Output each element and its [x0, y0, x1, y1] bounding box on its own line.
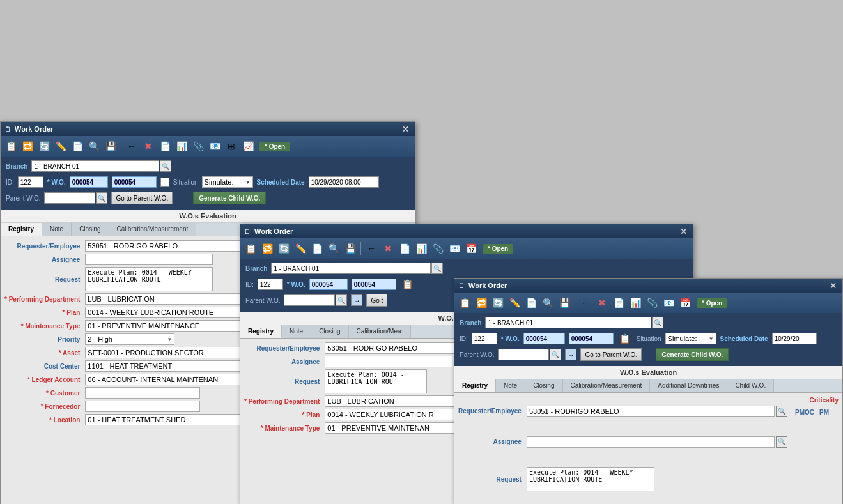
tb2-cancel-btn[interactable]: ✖ — [380, 241, 396, 256]
tb3-print-btn[interactable]: 📄 — [611, 295, 626, 310]
tb1-new-btn[interactable]: 📋 — [3, 139, 19, 154]
win3-sched-input[interactable] — [772, 333, 817, 344]
tb2-print-btn[interactable]: 📄 — [397, 241, 412, 256]
tb2-new-btn[interactable]: 📋 — [243, 241, 258, 256]
tb1-more-btn[interactable]: ⊞ — [224, 139, 239, 154]
win1-branch-search-btn[interactable]: 🔍 — [160, 160, 171, 172]
win3-id-input[interactable] — [472, 333, 497, 344]
win1-tab-note[interactable]: Note — [42, 223, 72, 236]
win1-goto-parent-btn[interactable]: Go to Parent W.O. — [111, 192, 173, 204]
win3-parent-search-btn[interactable]: 🔍 — [550, 349, 561, 360]
tb1-refresh-btn[interactable]: 🔄 — [36, 139, 52, 154]
tb2-save-btn[interactable]: 💾 — [343, 241, 358, 256]
tb1-save-btn[interactable]: 💾 — [103, 139, 118, 154]
win2-goto-parent-btn[interactable]: Go t — [366, 294, 387, 307]
win1-customer-value[interactable] — [85, 387, 200, 399]
win1-parent-field[interactable]: 🔍 — [44, 192, 107, 204]
win3-copy-wo-btn[interactable]: 📋 — [617, 331, 633, 346]
win3-generate-child-btn[interactable]: Generate Child W.O. — [656, 348, 729, 361]
win1-tab-closing[interactable]: Closing — [72, 223, 109, 236]
tb1-copy-btn[interactable]: 🔁 — [20, 139, 35, 154]
tb1-search-btn[interactable]: 🔍 — [86, 139, 102, 154]
tb1-attach-btn[interactable]: 📎 — [190, 139, 206, 154]
win1-close-btn[interactable]: ✕ — [400, 125, 411, 134]
win2-assignee-value[interactable] — [325, 356, 452, 367]
win3-tab-child-wo[interactable]: Child W.O. — [727, 379, 774, 392]
win3-req-emp-value[interactable]: 53051 - RODRIGO RABELO — [527, 406, 775, 417]
win3-parent-input[interactable] — [498, 349, 549, 360]
win2-branch-field[interactable]: 🔍 — [271, 263, 443, 274]
win1-parent-search-btn[interactable]: 🔍 — [96, 192, 107, 204]
win2-branch-search-btn[interactable]: 🔍 — [431, 263, 443, 274]
tb3-calendar-btn[interactable]: 📅 — [677, 295, 693, 310]
tb3-edit-btn[interactable]: ✏️ — [507, 295, 522, 310]
win1-tab-calibration[interactable]: Calibration/Measurement — [109, 223, 197, 236]
win1-branch-input[interactable] — [31, 160, 159, 172]
win3-request-value[interactable]: Execute Plan: 0014 – WEEKLYLUBRIFICATION… — [527, 467, 654, 491]
tb1-edit-btn[interactable]: ✏️ — [53, 139, 68, 154]
tb3-search-btn[interactable]: 🔍 — [540, 295, 555, 310]
win1-wo-input1[interactable] — [70, 176, 108, 188]
win1-checkbox[interactable] — [160, 178, 169, 187]
tb1-doc-btn[interactable]: 📄 — [70, 139, 85, 154]
win2-branch-input[interactable] — [271, 263, 431, 274]
win1-tab-registry[interactable]: Registry — [1, 223, 42, 236]
tb2-chart-btn[interactable]: 📊 — [414, 241, 429, 256]
win3-parent-field[interactable]: 🔍 — [498, 349, 561, 360]
win2-parent-field[interactable]: 🔍 — [284, 294, 347, 306]
tb2-attach-btn[interactable]: 📎 — [430, 241, 445, 256]
tb2-copy-btn[interactable]: 🔁 — [259, 241, 275, 256]
win3-branch-search-btn[interactable]: 🔍 — [652, 317, 663, 328]
tb3-email-btn[interactable]: 📧 — [661, 295, 676, 310]
tb3-chart-btn[interactable]: 📊 — [628, 295, 643, 310]
tb3-back-btn[interactable]: ← — [578, 295, 593, 310]
win2-id-input[interactable] — [258, 279, 283, 290]
tb2-back-btn[interactable]: ← — [364, 241, 379, 256]
win3-req-emp-search-btn[interactable]: 🔍 — [776, 406, 787, 417]
win1-priority-dropdown[interactable]: 2 - High ▼ — [85, 333, 174, 345]
tb1-back-btn[interactable]: ← — [124, 139, 139, 154]
win3-wo-input2[interactable] — [569, 333, 614, 344]
tb3-new-btn[interactable]: 📋 — [457, 295, 472, 310]
tb1-print-btn[interactable]: 📄 — [157, 139, 173, 154]
win3-wo-input1[interactable] — [523, 333, 565, 344]
tb1-graph-btn[interactable]: 📈 — [240, 139, 256, 154]
win1-sched-input[interactable] — [309, 176, 379, 188]
win3-tab-note[interactable]: Note — [496, 379, 525, 392]
tb3-doc-btn[interactable]: 📄 — [523, 295, 539, 310]
win2-tab-closing[interactable]: Closing — [311, 325, 348, 338]
win2-parent-search-btn[interactable]: 🔍 — [336, 294, 347, 306]
win2-close-btn[interactable]: ✕ — [678, 227, 689, 236]
win1-situation-dropdown[interactable]: Simulate: ▼ — [202, 176, 253, 188]
tb3-attach-btn[interactable]: 📎 — [644, 295, 660, 310]
tb2-search-btn[interactable]: 🔍 — [326, 241, 341, 256]
win1-generate-child-btn[interactable]: Generate Child W.O. — [193, 192, 266, 204]
win1-id-input[interactable] — [18, 176, 43, 188]
win3-assignee-search-btn[interactable]: 🔍 — [776, 436, 787, 448]
tb3-copy-btn[interactable]: 🔁 — [474, 295, 489, 310]
tb2-refresh-btn[interactable]: 🔄 — [276, 241, 291, 256]
win3-goto-parent-btn[interactable]: Go to Parent W.O. — [580, 348, 642, 361]
tb3-refresh-btn[interactable]: 🔄 — [490, 295, 506, 310]
tb3-cancel-btn[interactable]: ✖ — [594, 295, 610, 310]
tb2-doc-btn[interactable]: 📄 — [309, 241, 325, 256]
tb1-email-btn[interactable]: 📧 — [207, 139, 222, 154]
tb2-edit-btn[interactable]: ✏️ — [293, 241, 308, 256]
win3-tab-closing[interactable]: Closing — [525, 379, 562, 392]
win1-branch-field[interactable]: 🔍 — [31, 160, 171, 172]
win1-parent-input[interactable] — [44, 192, 95, 204]
tb1-chart-btn[interactable]: 📊 — [174, 139, 189, 154]
win1-wo-input2[interactable] — [112, 176, 157, 188]
win3-assignee-value[interactable] — [527, 436, 775, 448]
win1-fornecedor-value[interactable] — [85, 401, 200, 412]
win3-close-btn[interactable]: ✕ — [828, 281, 839, 291]
win2-wo-input2[interactable] — [352, 279, 396, 290]
win2-parent-input[interactable] — [284, 294, 335, 306]
win2-copy-wo-btn[interactable]: 📋 — [400, 277, 415, 292]
tb2-email-btn[interactable]: 📧 — [447, 241, 462, 256]
win2-request-value[interactable]: Execute Plan: 0014 -LUBRIFICATION ROU — [325, 369, 427, 393]
win2-wo-input1[interactable] — [309, 279, 348, 290]
win3-tab-registry[interactable]: Registry — [454, 379, 496, 392]
win1-request-value[interactable]: Execute Plan: 0014 – WEEKLYLUBRIFICATION… — [85, 267, 213, 291]
tb2-calendar-btn[interactable]: 📅 — [463, 241, 479, 256]
